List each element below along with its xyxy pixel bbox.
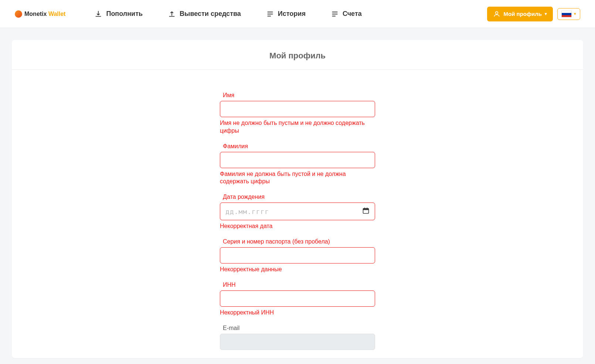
last-name-label: Фамилия	[223, 143, 375, 150]
chevron-down-icon: ▾	[545, 11, 547, 16]
email-input	[220, 334, 375, 350]
field-dob: Дата рождения дд.мм.гггг Некорректная да…	[220, 194, 375, 230]
dob-placeholder: дд.мм.гггг	[225, 208, 269, 215]
field-email: E-mail	[220, 325, 375, 350]
header-right: Мой профиль ▾ ▾	[487, 7, 580, 21]
passport-error: Некорректные данные	[220, 266, 375, 273]
svg-rect-2	[363, 208, 369, 210]
my-profile-button[interactable]: Мой профиль ▾	[487, 7, 553, 21]
logo-icon	[15, 10, 22, 18]
dob-error: Некорректная дата	[220, 222, 375, 230]
download-icon	[94, 10, 102, 18]
brand-logo[interactable]: Monetix Wallet	[15, 10, 65, 18]
field-first-name: Имя Имя не должно быть пустым и не должн…	[220, 92, 375, 135]
primary-nav: Пополнить Вывести средства История Счета	[94, 10, 469, 18]
profile-card: Мой профиль Имя Имя не должно быть пусты…	[12, 40, 583, 358]
nav-withdraw-label: Вывести средства	[180, 10, 241, 18]
passport-input[interactable]	[220, 247, 375, 263]
nav-accounts-label: Счета	[343, 10, 362, 18]
my-profile-label: Мой профиль	[503, 11, 542, 17]
svg-point-0	[496, 11, 498, 14]
first-name-input[interactable]	[220, 101, 375, 117]
nav-history-label: История	[278, 10, 306, 18]
nav-accounts[interactable]: Счета	[331, 10, 362, 18]
nav-withdraw[interactable]: Вывести средства	[168, 10, 241, 18]
chevron-down-icon: ▾	[574, 11, 576, 16]
page-title: Мой профиль	[12, 51, 583, 61]
field-passport: Серия и номер паспорта (без пробела) Нек…	[220, 238, 375, 273]
field-last-name: Фамилия Фамилия не должна быть пустой и …	[220, 143, 375, 186]
nav-topup-label: Пополнить	[106, 10, 143, 18]
nav-topup[interactable]: Пополнить	[94, 10, 143, 18]
brand-name-primary: Monetix	[24, 11, 47, 17]
last-name-error: Фамилия не должна быть пустой и не должн…	[220, 170, 375, 186]
passport-label: Серия и номер паспорта (без пробела)	[223, 238, 375, 245]
user-circle-icon	[493, 10, 500, 18]
flag-ru-icon	[561, 11, 572, 17]
dob-label: Дата рождения	[223, 194, 375, 200]
profile-form: Имя Имя не должно быть пустым и не должн…	[220, 92, 375, 358]
inn-label: ИНН	[223, 282, 375, 288]
inn-error: Некорректный ИНН	[220, 309, 375, 317]
first-name-label: Имя	[223, 92, 375, 99]
brand-name-accent: Wallet	[48, 11, 66, 17]
first-name-error: Имя не должно быть пустым и не должно со…	[220, 119, 375, 135]
nav-history[interactable]: История	[266, 10, 306, 18]
app-header: Monetix Wallet Пополнить Вывести средств…	[0, 0, 595, 28]
email-label: E-mail	[223, 325, 375, 331]
main-content: Мой профиль Имя Имя не должно быть пусты…	[0, 28, 595, 364]
profile-form-container: Имя Имя не должно быть пустым и не должн…	[12, 70, 583, 358]
upload-icon	[168, 10, 176, 18]
last-name-input[interactable]	[220, 152, 375, 168]
list-icon	[266, 10, 274, 18]
field-inn: ИНН Некорректный ИНН	[220, 282, 375, 317]
card-header: Мой профиль	[12, 40, 583, 70]
calendar-icon[interactable]	[362, 207, 370, 216]
language-switcher[interactable]: ▾	[557, 8, 580, 20]
accounts-icon	[331, 10, 339, 18]
dob-input[interactable]: дд.мм.гггг	[220, 203, 375, 220]
inn-input[interactable]	[220, 290, 375, 307]
